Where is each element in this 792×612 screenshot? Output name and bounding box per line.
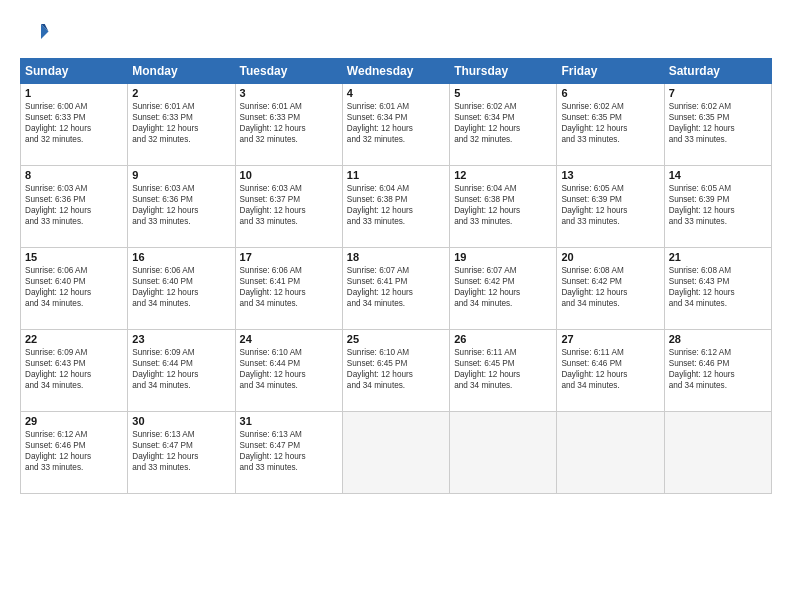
day-info: Sunrise: 6:09 AM Sunset: 6:44 PM Dayligh…: [132, 347, 230, 391]
day-info: Sunrise: 6:07 AM Sunset: 6:42 PM Dayligh…: [454, 265, 552, 309]
day-number: 1: [25, 87, 123, 99]
calendar-day-cell: 10Sunrise: 6:03 AM Sunset: 6:37 PM Dayli…: [235, 166, 342, 248]
calendar-day-cell: 8Sunrise: 6:03 AM Sunset: 6:36 PM Daylig…: [21, 166, 128, 248]
day-info: Sunrise: 6:05 AM Sunset: 6:39 PM Dayligh…: [669, 183, 767, 227]
day-info: Sunrise: 6:00 AM Sunset: 6:33 PM Dayligh…: [25, 101, 123, 145]
calendar-day-cell: 15Sunrise: 6:06 AM Sunset: 6:40 PM Dayli…: [21, 248, 128, 330]
logo-icon: [20, 18, 50, 48]
calendar-day-header: Sunday: [21, 59, 128, 84]
day-info: Sunrise: 6:10 AM Sunset: 6:45 PM Dayligh…: [347, 347, 445, 391]
day-info: Sunrise: 6:08 AM Sunset: 6:43 PM Dayligh…: [669, 265, 767, 309]
calendar-day-cell: [342, 412, 449, 494]
calendar-day-cell: 11Sunrise: 6:04 AM Sunset: 6:38 PM Dayli…: [342, 166, 449, 248]
day-number: 29: [25, 415, 123, 427]
calendar-day-cell: 20Sunrise: 6:08 AM Sunset: 6:42 PM Dayli…: [557, 248, 664, 330]
day-info: Sunrise: 6:11 AM Sunset: 6:46 PM Dayligh…: [561, 347, 659, 391]
day-info: Sunrise: 6:04 AM Sunset: 6:38 PM Dayligh…: [454, 183, 552, 227]
calendar-day-cell: 1Sunrise: 6:00 AM Sunset: 6:33 PM Daylig…: [21, 84, 128, 166]
day-info: Sunrise: 6:09 AM Sunset: 6:43 PM Dayligh…: [25, 347, 123, 391]
calendar-day-cell: [450, 412, 557, 494]
day-number: 23: [132, 333, 230, 345]
day-number: 25: [347, 333, 445, 345]
calendar-day-header: Wednesday: [342, 59, 449, 84]
day-number: 5: [454, 87, 552, 99]
day-info: Sunrise: 6:06 AM Sunset: 6:40 PM Dayligh…: [132, 265, 230, 309]
calendar-day-cell: 30Sunrise: 6:13 AM Sunset: 6:47 PM Dayli…: [128, 412, 235, 494]
day-info: Sunrise: 6:08 AM Sunset: 6:42 PM Dayligh…: [561, 265, 659, 309]
day-info: Sunrise: 6:07 AM Sunset: 6:41 PM Dayligh…: [347, 265, 445, 309]
day-number: 17: [240, 251, 338, 263]
calendar-header-row: SundayMondayTuesdayWednesdayThursdayFrid…: [21, 59, 772, 84]
day-number: 3: [240, 87, 338, 99]
day-number: 16: [132, 251, 230, 263]
day-info: Sunrise: 6:02 AM Sunset: 6:35 PM Dayligh…: [669, 101, 767, 145]
calendar-day-header: Friday: [557, 59, 664, 84]
day-number: 26: [454, 333, 552, 345]
page: SundayMondayTuesdayWednesdayThursdayFrid…: [0, 0, 792, 612]
header: [20, 18, 772, 48]
day-number: 30: [132, 415, 230, 427]
calendar-day-cell: 22Sunrise: 6:09 AM Sunset: 6:43 PM Dayli…: [21, 330, 128, 412]
calendar-day-header: Monday: [128, 59, 235, 84]
day-number: 22: [25, 333, 123, 345]
calendar-day-cell: 28Sunrise: 6:12 AM Sunset: 6:46 PM Dayli…: [664, 330, 771, 412]
calendar-day-cell: 2Sunrise: 6:01 AM Sunset: 6:33 PM Daylig…: [128, 84, 235, 166]
calendar-day-cell: 18Sunrise: 6:07 AM Sunset: 6:41 PM Dayli…: [342, 248, 449, 330]
day-number: 27: [561, 333, 659, 345]
calendar-week-row: 29Sunrise: 6:12 AM Sunset: 6:46 PM Dayli…: [21, 412, 772, 494]
calendar-day-cell: 19Sunrise: 6:07 AM Sunset: 6:42 PM Dayli…: [450, 248, 557, 330]
calendar-day-cell: 24Sunrise: 6:10 AM Sunset: 6:44 PM Dayli…: [235, 330, 342, 412]
day-number: 10: [240, 169, 338, 181]
day-number: 28: [669, 333, 767, 345]
calendar-day-cell: 13Sunrise: 6:05 AM Sunset: 6:39 PM Dayli…: [557, 166, 664, 248]
calendar-day-cell: 29Sunrise: 6:12 AM Sunset: 6:46 PM Dayli…: [21, 412, 128, 494]
day-info: Sunrise: 6:01 AM Sunset: 6:33 PM Dayligh…: [240, 101, 338, 145]
calendar-day-cell: 5Sunrise: 6:02 AM Sunset: 6:34 PM Daylig…: [450, 84, 557, 166]
day-info: Sunrise: 6:12 AM Sunset: 6:46 PM Dayligh…: [669, 347, 767, 391]
day-number: 8: [25, 169, 123, 181]
logo: [20, 18, 54, 48]
calendar-day-cell: 6Sunrise: 6:02 AM Sunset: 6:35 PM Daylig…: [557, 84, 664, 166]
calendar-week-row: 1Sunrise: 6:00 AM Sunset: 6:33 PM Daylig…: [21, 84, 772, 166]
day-number: 6: [561, 87, 659, 99]
day-number: 2: [132, 87, 230, 99]
calendar-week-row: 15Sunrise: 6:06 AM Sunset: 6:40 PM Dayli…: [21, 248, 772, 330]
calendar-day-cell: 25Sunrise: 6:10 AM Sunset: 6:45 PM Dayli…: [342, 330, 449, 412]
calendar-week-row: 22Sunrise: 6:09 AM Sunset: 6:43 PM Dayli…: [21, 330, 772, 412]
day-number: 9: [132, 169, 230, 181]
calendar-day-cell: 21Sunrise: 6:08 AM Sunset: 6:43 PM Dayli…: [664, 248, 771, 330]
day-info: Sunrise: 6:02 AM Sunset: 6:34 PM Dayligh…: [454, 101, 552, 145]
day-info: Sunrise: 6:03 AM Sunset: 6:36 PM Dayligh…: [132, 183, 230, 227]
calendar-day-cell: 16Sunrise: 6:06 AM Sunset: 6:40 PM Dayli…: [128, 248, 235, 330]
day-number: 18: [347, 251, 445, 263]
day-info: Sunrise: 6:13 AM Sunset: 6:47 PM Dayligh…: [240, 429, 338, 473]
day-info: Sunrise: 6:06 AM Sunset: 6:41 PM Dayligh…: [240, 265, 338, 309]
calendar-week-row: 8Sunrise: 6:03 AM Sunset: 6:36 PM Daylig…: [21, 166, 772, 248]
day-number: 21: [669, 251, 767, 263]
day-info: Sunrise: 6:06 AM Sunset: 6:40 PM Dayligh…: [25, 265, 123, 309]
calendar-day-cell: 17Sunrise: 6:06 AM Sunset: 6:41 PM Dayli…: [235, 248, 342, 330]
day-info: Sunrise: 6:11 AM Sunset: 6:45 PM Dayligh…: [454, 347, 552, 391]
day-number: 13: [561, 169, 659, 181]
day-info: Sunrise: 6:13 AM Sunset: 6:47 PM Dayligh…: [132, 429, 230, 473]
day-number: 19: [454, 251, 552, 263]
day-info: Sunrise: 6:05 AM Sunset: 6:39 PM Dayligh…: [561, 183, 659, 227]
day-info: Sunrise: 6:01 AM Sunset: 6:34 PM Dayligh…: [347, 101, 445, 145]
day-number: 4: [347, 87, 445, 99]
calendar-day-cell: 4Sunrise: 6:01 AM Sunset: 6:34 PM Daylig…: [342, 84, 449, 166]
day-number: 31: [240, 415, 338, 427]
day-number: 11: [347, 169, 445, 181]
day-number: 14: [669, 169, 767, 181]
calendar-day-cell: [557, 412, 664, 494]
day-info: Sunrise: 6:10 AM Sunset: 6:44 PM Dayligh…: [240, 347, 338, 391]
calendar-day-header: Thursday: [450, 59, 557, 84]
day-info: Sunrise: 6:03 AM Sunset: 6:37 PM Dayligh…: [240, 183, 338, 227]
day-info: Sunrise: 6:02 AM Sunset: 6:35 PM Dayligh…: [561, 101, 659, 145]
day-number: 12: [454, 169, 552, 181]
day-info: Sunrise: 6:01 AM Sunset: 6:33 PM Dayligh…: [132, 101, 230, 145]
day-info: Sunrise: 6:12 AM Sunset: 6:46 PM Dayligh…: [25, 429, 123, 473]
day-number: 7: [669, 87, 767, 99]
day-info: Sunrise: 6:04 AM Sunset: 6:38 PM Dayligh…: [347, 183, 445, 227]
day-number: 15: [25, 251, 123, 263]
day-number: 24: [240, 333, 338, 345]
